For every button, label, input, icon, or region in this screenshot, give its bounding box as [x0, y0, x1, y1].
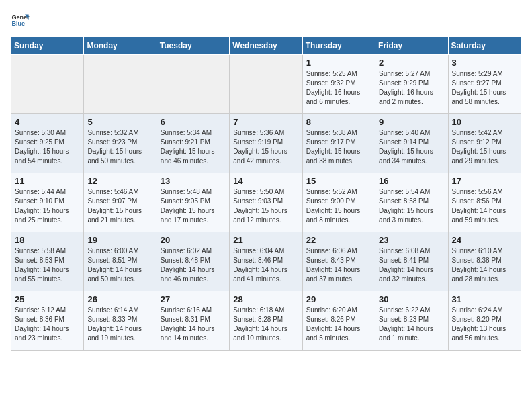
day-number: 15	[306, 176, 371, 186]
day-info: Sunrise: 5:25 AM Sunset: 9:32 PM Dayligh…	[306, 69, 371, 107]
day-number: 1	[306, 58, 371, 68]
calendar-header-row: SundayMondayTuesdayWednesdayThursdayFrid…	[11, 37, 521, 55]
calendar-week-row: 25Sunrise: 6:12 AM Sunset: 8:36 PM Dayli…	[11, 291, 521, 351]
day-number: 10	[452, 117, 517, 127]
col-header-friday: Friday	[375, 37, 448, 55]
day-info: Sunrise: 6:10 AM Sunset: 8:38 PM Dayligh…	[452, 246, 517, 284]
day-number: 2	[379, 58, 444, 68]
day-number: 18	[15, 235, 80, 245]
day-number: 24	[452, 235, 517, 245]
calendar-week-row: 11Sunrise: 5:44 AM Sunset: 9:10 PM Dayli…	[11, 173, 521, 232]
calendar-cell: 23Sunrise: 6:08 AM Sunset: 8:41 PM Dayli…	[375, 232, 448, 291]
day-number: 30	[379, 294, 444, 304]
day-info: Sunrise: 5:44 AM Sunset: 9:10 PM Dayligh…	[15, 187, 80, 225]
calendar-cell: 10Sunrise: 5:42 AM Sunset: 9:12 PM Dayli…	[448, 114, 521, 173]
calendar-cell: 30Sunrise: 6:22 AM Sunset: 8:23 PM Dayli…	[375, 291, 448, 351]
day-number: 27	[161, 294, 226, 304]
day-info: Sunrise: 5:27 AM Sunset: 9:29 PM Dayligh…	[379, 69, 444, 107]
day-info: Sunrise: 5:40 AM Sunset: 9:14 PM Dayligh…	[379, 128, 444, 166]
calendar-cell: 14Sunrise: 5:50 AM Sunset: 9:03 PM Dayli…	[230, 173, 302, 232]
day-number: 13	[161, 176, 226, 186]
col-header-tuesday: Tuesday	[157, 37, 229, 55]
day-info: Sunrise: 6:06 AM Sunset: 8:43 PM Dayligh…	[306, 246, 371, 284]
calendar-table: SundayMondayTuesdayWednesdayThursdayFrid…	[11, 36, 521, 351]
col-header-wednesday: Wednesday	[230, 37, 302, 55]
day-number: 31	[452, 294, 517, 304]
calendar-cell: 26Sunrise: 6:14 AM Sunset: 8:33 PM Dayli…	[84, 291, 157, 351]
calendar-cell: 18Sunrise: 5:58 AM Sunset: 8:53 PM Dayli…	[11, 232, 84, 291]
calendar-cell: 25Sunrise: 6:12 AM Sunset: 8:36 PM Dayli…	[11, 291, 84, 351]
day-info: Sunrise: 5:32 AM Sunset: 9:23 PM Dayligh…	[87, 128, 152, 166]
calendar-cell: 22Sunrise: 6:06 AM Sunset: 8:43 PM Dayli…	[302, 232, 375, 291]
day-info: Sunrise: 5:56 AM Sunset: 8:56 PM Dayligh…	[452, 187, 517, 225]
calendar-cell: 4Sunrise: 5:30 AM Sunset: 9:25 PM Daylig…	[11, 114, 84, 173]
day-info: Sunrise: 6:16 AM Sunset: 8:31 PM Dayligh…	[161, 306, 226, 343]
calendar-cell: 12Sunrise: 5:46 AM Sunset: 9:07 PM Dayli…	[84, 173, 157, 232]
day-info: Sunrise: 6:18 AM Sunset: 8:28 PM Dayligh…	[233, 306, 298, 343]
calendar-cell: 8Sunrise: 5:38 AM Sunset: 9:17 PM Daylig…	[302, 114, 375, 173]
calendar-week-row: 1Sunrise: 5:25 AM Sunset: 9:32 PM Daylig…	[11, 55, 521, 114]
day-info: Sunrise: 5:52 AM Sunset: 9:00 PM Dayligh…	[306, 187, 371, 225]
calendar-cell: 29Sunrise: 6:20 AM Sunset: 8:26 PM Dayli…	[302, 291, 375, 351]
day-number: 14	[233, 176, 298, 186]
day-info: Sunrise: 6:08 AM Sunset: 8:41 PM Dayligh…	[379, 246, 444, 284]
day-number: 16	[379, 176, 444, 186]
logo-icon: General Blue	[11, 11, 30, 30]
day-info: Sunrise: 5:34 AM Sunset: 9:21 PM Dayligh…	[161, 128, 226, 166]
day-number: 5	[87, 117, 152, 127]
day-info: Sunrise: 6:14 AM Sunset: 8:33 PM Dayligh…	[87, 306, 152, 343]
day-number: 19	[87, 235, 152, 245]
day-number: 20	[161, 235, 226, 245]
day-info: Sunrise: 5:48 AM Sunset: 9:05 PM Dayligh…	[161, 187, 226, 225]
calendar-week-row: 4Sunrise: 5:30 AM Sunset: 9:25 PM Daylig…	[11, 114, 521, 173]
page-header: General Blue	[11, 11, 521, 30]
calendar-cell: 15Sunrise: 5:52 AM Sunset: 9:00 PM Dayli…	[302, 173, 375, 232]
calendar-cell: 17Sunrise: 5:56 AM Sunset: 8:56 PM Dayli…	[448, 173, 521, 232]
day-number: 9	[379, 117, 444, 127]
day-info: Sunrise: 5:29 AM Sunset: 9:27 PM Dayligh…	[452, 69, 517, 107]
calendar-cell: 24Sunrise: 6:10 AM Sunset: 8:38 PM Dayli…	[448, 232, 521, 291]
day-number: 21	[233, 235, 298, 245]
day-number: 4	[15, 117, 80, 127]
day-number: 17	[452, 176, 517, 186]
day-number: 8	[306, 117, 371, 127]
day-number: 25	[15, 294, 80, 304]
day-number: 12	[87, 176, 152, 186]
calendar-cell: 1Sunrise: 5:25 AM Sunset: 9:32 PM Daylig…	[302, 55, 375, 114]
calendar-cell: 27Sunrise: 6:16 AM Sunset: 8:31 PM Dayli…	[157, 291, 229, 351]
day-info: Sunrise: 6:00 AM Sunset: 8:51 PM Dayligh…	[87, 246, 152, 284]
calendar-cell	[84, 55, 157, 114]
day-number: 22	[306, 235, 371, 245]
calendar-cell: 31Sunrise: 6:24 AM Sunset: 8:20 PM Dayli…	[448, 291, 521, 351]
day-info: Sunrise: 5:42 AM Sunset: 9:12 PM Dayligh…	[452, 128, 517, 166]
day-info: Sunrise: 5:46 AM Sunset: 9:07 PM Dayligh…	[87, 187, 152, 225]
day-number: 26	[87, 294, 152, 304]
calendar-cell: 20Sunrise: 6:02 AM Sunset: 8:48 PM Dayli…	[157, 232, 229, 291]
day-info: Sunrise: 6:12 AM Sunset: 8:36 PM Dayligh…	[15, 306, 80, 343]
col-header-monday: Monday	[84, 37, 157, 55]
day-info: Sunrise: 6:20 AM Sunset: 8:26 PM Dayligh…	[306, 306, 371, 343]
calendar-cell: 2Sunrise: 5:27 AM Sunset: 9:29 PM Daylig…	[375, 55, 448, 114]
day-number: 29	[306, 294, 371, 304]
day-number: 6	[161, 117, 226, 127]
svg-text:Blue: Blue	[11, 20, 25, 27]
day-info: Sunrise: 5:50 AM Sunset: 9:03 PM Dayligh…	[233, 187, 298, 225]
day-info: Sunrise: 6:04 AM Sunset: 8:46 PM Dayligh…	[233, 246, 298, 284]
calendar-cell: 7Sunrise: 5:36 AM Sunset: 9:19 PM Daylig…	[230, 114, 302, 173]
calendar-cell: 28Sunrise: 6:18 AM Sunset: 8:28 PM Dayli…	[230, 291, 302, 351]
day-info: Sunrise: 6:22 AM Sunset: 8:23 PM Dayligh…	[379, 306, 444, 343]
day-info: Sunrise: 5:54 AM Sunset: 8:58 PM Dayligh…	[379, 187, 444, 225]
col-header-saturday: Saturday	[448, 37, 521, 55]
day-number: 28	[233, 294, 298, 304]
calendar-cell: 16Sunrise: 5:54 AM Sunset: 8:58 PM Dayli…	[375, 173, 448, 232]
day-info: Sunrise: 5:30 AM Sunset: 9:25 PM Dayligh…	[15, 128, 80, 166]
col-header-thursday: Thursday	[302, 37, 375, 55]
calendar-cell: 9Sunrise: 5:40 AM Sunset: 9:14 PM Daylig…	[375, 114, 448, 173]
day-info: Sunrise: 6:02 AM Sunset: 8:48 PM Dayligh…	[161, 246, 226, 284]
day-number: 23	[379, 235, 444, 245]
calendar-cell: 5Sunrise: 5:32 AM Sunset: 9:23 PM Daylig…	[84, 114, 157, 173]
calendar-cell: 11Sunrise: 5:44 AM Sunset: 9:10 PM Dayli…	[11, 173, 84, 232]
day-number: 3	[452, 58, 517, 68]
day-info: Sunrise: 5:58 AM Sunset: 8:53 PM Dayligh…	[15, 246, 80, 284]
logo: General Blue	[11, 11, 30, 30]
